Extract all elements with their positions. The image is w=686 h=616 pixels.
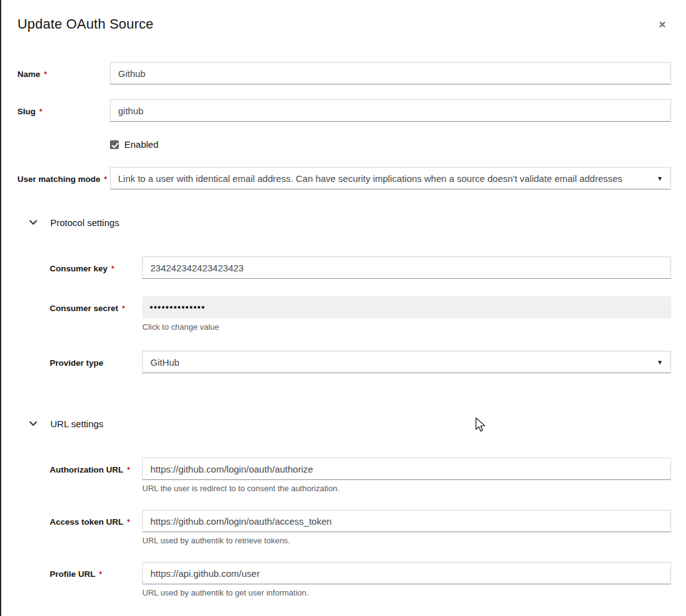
consumer-secret-label: Consumer secret*	[50, 296, 142, 314]
name-field-row: Name*	[17, 62, 671, 84]
consumer-secret-row: Consumer secret* •••••••••••••• Click to…	[50, 296, 671, 332]
profile-url-help: URL used by authentik to get user inform…	[142, 588, 671, 597]
provider-type-row: Provider type GitHub ▼	[50, 351, 671, 373]
url-settings-toggle[interactable]: URL settings	[17, 417, 671, 430]
user-matching-mode-select[interactable]: Link to a user with identical email addr…	[110, 167, 671, 189]
access-token-url-row: Access token URL* URL used by authentik …	[50, 510, 671, 545]
access-token-url-input[interactable]	[142, 510, 671, 532]
chevron-down-icon	[29, 220, 37, 225]
name-input[interactable]	[110, 62, 671, 84]
required-asterisk: *	[104, 175, 107, 184]
url-settings-body: Authorization URL* URL the user is redir…	[17, 458, 671, 597]
chevron-down-icon	[29, 421, 37, 427]
oauth-source-form: Name* Slug* Enabled User matching mode*	[1, 62, 686, 597]
profile-url-input[interactable]	[142, 562, 671, 584]
slug-label: Slug*	[17, 99, 110, 117]
close-icon: ✕	[658, 19, 666, 30]
required-asterisk: *	[99, 570, 103, 579]
authorization-url-help: URL the user is redirect to to consent t…	[142, 484, 671, 493]
profile-url-row: Profile URL* URL used by authentik to ge…	[50, 562, 671, 597]
name-label: Name*	[17, 62, 110, 79]
close-button[interactable]: ✕	[654, 19, 670, 30]
protocol-settings-body: Consumer key* Consumer secret* •••••••••…	[17, 256, 671, 373]
access-token-url-help: URL used by authentik to retrieve tokens…	[142, 536, 671, 545]
protocol-settings-toggle[interactable]: Protocol settings	[17, 216, 671, 229]
consumer-key-label: Consumer key*	[50, 256, 142, 274]
section-title: URL settings	[50, 419, 103, 429]
required-asterisk: *	[39, 107, 42, 116]
authorization-url-label: Authorization URL*	[50, 458, 142, 475]
slug-field-row: Slug*	[17, 99, 671, 122]
user-matching-mode-label: User matching mode*	[17, 167, 110, 184]
user-matching-mode-value: Link to a user with identical email addr…	[118, 173, 623, 184]
slug-input[interactable]	[110, 99, 671, 122]
protocol-settings-section: Protocol settings Consumer key* Consumer…	[17, 216, 671, 373]
required-asterisk: *	[44, 70, 47, 79]
enabled-field-row: Enabled	[110, 139, 671, 150]
update-oauth-source-modal: Update OAuth Source ✕ Name* Slug*	[0, 0, 686, 616]
user-matching-mode-row: User matching mode* Link to a user with …	[17, 167, 671, 189]
modal-header: Update OAuth Source ✕	[1, 0, 686, 34]
profile-url-label: Profile URL*	[50, 562, 142, 579]
consumer-secret-field[interactable]: ••••••••••••••	[142, 296, 671, 319]
enabled-checkbox[interactable]	[110, 140, 119, 149]
section-title: Protocol settings	[50, 217, 119, 228]
modal-title: Update OAuth Source	[17, 15, 153, 34]
provider-type-value: GitHub	[150, 357, 180, 368]
access-token-url-label: Access token URL*	[50, 510, 142, 527]
consumer-key-input[interactable]	[142, 256, 671, 279]
caret-down-icon: ▼	[649, 359, 663, 366]
consumer-secret-masked-value: ••••••••••••••	[150, 302, 206, 312]
required-asterisk: *	[122, 304, 125, 313]
provider-type-select[interactable]: GitHub ▼	[142, 351, 671, 373]
required-asterisk: *	[127, 518, 130, 527]
required-asterisk: *	[111, 265, 114, 273]
required-asterisk: *	[127, 466, 130, 474]
consumer-key-row: Consumer key*	[50, 256, 671, 279]
caret-down-icon: ▼	[649, 175, 663, 182]
consumer-secret-help: Click to change value	[142, 322, 671, 332]
url-settings-section: URL settings Authorization URL* URL the …	[17, 417, 671, 597]
authorization-url-row: Authorization URL* URL the user is redir…	[50, 458, 671, 493]
provider-type-label: Provider type	[50, 351, 142, 368]
authorization-url-input[interactable]	[142, 458, 671, 480]
enabled-label: Enabled	[124, 139, 158, 150]
